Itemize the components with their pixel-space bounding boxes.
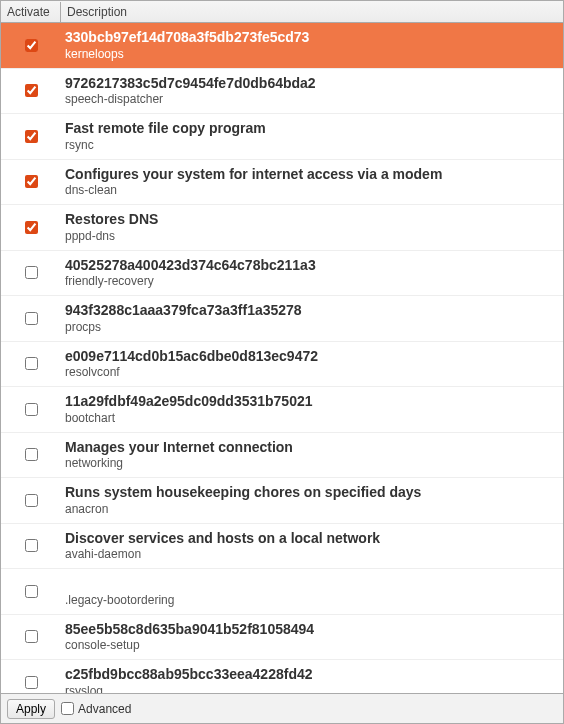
table-row[interactable]: 943f3288c1aaa379fca73a3ff1a35278procps xyxy=(1,296,563,342)
service-title: 40525278a400423d374c64c78bc211a3 xyxy=(65,257,557,275)
table-row[interactable]: e009e7114cd0b15ac6dbe0d813ec9472resolvco… xyxy=(1,342,563,388)
description-cell: e009e7114cd0b15ac6dbe0d813ec9472resolvco… xyxy=(61,346,563,383)
advanced-toggle[interactable]: Advanced xyxy=(61,702,131,716)
description-cell: Fast remote file copy programrsync xyxy=(61,118,563,155)
table-row[interactable]: Fast remote file copy programrsync xyxy=(1,114,563,160)
activate-checkbox[interactable] xyxy=(25,676,38,689)
apply-button[interactable]: Apply xyxy=(7,699,55,719)
description-cell: c25fbd9bcc88ab95bcc33eea4228fd42rsyslog xyxy=(61,664,563,693)
service-title: Configures your system for internet acce… xyxy=(65,166,557,184)
activate-cell xyxy=(1,539,61,552)
activate-checkbox[interactable] xyxy=(25,494,38,507)
service-name: pppd-dns xyxy=(65,229,557,244)
description-cell: 85ee5b58c8d635ba9041b52f81058494console-… xyxy=(61,619,563,656)
activate-cell xyxy=(1,494,61,507)
activate-checkbox[interactable] xyxy=(25,585,38,598)
service-title: 85ee5b58c8d635ba9041b52f81058494 xyxy=(65,621,557,639)
service-name: kerneloops xyxy=(65,47,557,62)
activate-checkbox[interactable] xyxy=(25,130,38,143)
description-cell: 9726217383c5d7c9454fe7d0db64bda2speech-d… xyxy=(61,73,563,110)
header-description[interactable]: Description xyxy=(61,2,563,22)
activate-checkbox[interactable] xyxy=(25,630,38,643)
service-title xyxy=(65,575,557,593)
service-title: 9726217383c5d7c9454fe7d0db64bda2 xyxy=(65,75,557,93)
table-row[interactable]: 9726217383c5d7c9454fe7d0db64bda2speech-d… xyxy=(1,69,563,115)
service-title: 11a29fdbf49a2e95dc09dd3531b75021 xyxy=(65,393,557,411)
header-activate[interactable]: Activate xyxy=(1,2,61,22)
service-name: rsyslog xyxy=(65,684,557,694)
activate-cell xyxy=(1,630,61,643)
description-cell: Restores DNSpppd-dns xyxy=(61,209,563,246)
description-cell: 330bcb97ef14d708a3f5db273fe5cd73kerneloo… xyxy=(61,27,563,64)
activate-checkbox[interactable] xyxy=(25,403,38,416)
service-title: Restores DNS xyxy=(65,211,557,229)
description-cell: Configures your system for internet acce… xyxy=(61,164,563,201)
description-cell: Discover services and hosts on a local n… xyxy=(61,528,563,565)
service-name: avahi-daemon xyxy=(65,547,557,562)
service-list[interactable]: 330bcb97ef14d708a3f5db273fe5cd73kerneloo… xyxy=(1,23,563,693)
service-title: Discover services and hosts on a local n… xyxy=(65,530,557,548)
table-row[interactable]: Manages your Internet connectionnetworki… xyxy=(1,433,563,479)
service-name: console-setup xyxy=(65,638,557,653)
footer-bar: Apply Advanced xyxy=(1,693,563,723)
service-name: rsync xyxy=(65,138,557,153)
activate-checkbox[interactable] xyxy=(25,221,38,234)
activate-cell xyxy=(1,357,61,370)
service-name: friendly-recovery xyxy=(65,274,557,289)
activate-checkbox[interactable] xyxy=(25,84,38,97)
table-row[interactable]: 330bcb97ef14d708a3f5db273fe5cd73kerneloo… xyxy=(1,23,563,69)
activate-cell xyxy=(1,448,61,461)
advanced-checkbox[interactable] xyxy=(61,702,74,715)
service-title: Fast remote file copy program xyxy=(65,120,557,138)
activate-cell xyxy=(1,403,61,416)
activate-cell xyxy=(1,175,61,188)
activate-checkbox[interactable] xyxy=(25,266,38,279)
advanced-label: Advanced xyxy=(78,702,131,716)
service-title: Manages your Internet connection xyxy=(65,439,557,457)
activate-checkbox[interactable] xyxy=(25,357,38,370)
activate-cell xyxy=(1,312,61,325)
activate-cell xyxy=(1,39,61,52)
activate-cell xyxy=(1,266,61,279)
activate-cell xyxy=(1,130,61,143)
service-name: speech-dispatcher xyxy=(65,92,557,107)
service-title: c25fbd9bcc88ab95bcc33eea4228fd42 xyxy=(65,666,557,684)
activate-cell xyxy=(1,84,61,97)
service-name: dns-clean xyxy=(65,183,557,198)
service-name: bootchart xyxy=(65,411,557,426)
description-cell: Manages your Internet connectionnetworki… xyxy=(61,437,563,474)
table-row[interactable]: .legacy-bootordering xyxy=(1,569,563,615)
table-row[interactable]: c25fbd9bcc88ab95bcc33eea4228fd42rsyslog xyxy=(1,660,563,693)
service-name: resolvconf xyxy=(65,365,557,380)
service-title: Runs system housekeeping chores on speci… xyxy=(65,484,557,502)
activate-checkbox[interactable] xyxy=(25,448,38,461)
activate-checkbox[interactable] xyxy=(25,39,38,52)
activate-cell xyxy=(1,221,61,234)
table-row[interactable]: 40525278a400423d374c64c78bc211a3friendly… xyxy=(1,251,563,297)
activate-cell xyxy=(1,676,61,689)
activate-cell xyxy=(1,585,61,598)
description-cell: 40525278a400423d374c64c78bc211a3friendly… xyxy=(61,255,563,292)
table-row[interactable]: 85ee5b58c8d635ba9041b52f81058494console-… xyxy=(1,615,563,661)
service-title: e009e7114cd0b15ac6dbe0d813ec9472 xyxy=(65,348,557,366)
activate-checkbox[interactable] xyxy=(25,539,38,552)
activate-checkbox[interactable] xyxy=(25,312,38,325)
service-title: 943f3288c1aaa379fca73a3ff1a35278 xyxy=(65,302,557,320)
description-cell: .legacy-bootordering xyxy=(61,573,563,610)
description-cell: Runs system housekeeping chores on speci… xyxy=(61,482,563,519)
table-row[interactable]: Discover services and hosts on a local n… xyxy=(1,524,563,570)
service-name: networking xyxy=(65,456,557,471)
description-cell: 943f3288c1aaa379fca73a3ff1a35278procps xyxy=(61,300,563,337)
service-title: 330bcb97ef14d708a3f5db273fe5cd73 xyxy=(65,29,557,47)
service-name: .legacy-bootordering xyxy=(65,593,557,608)
service-name: anacron xyxy=(65,502,557,517)
table-row[interactable]: 11a29fdbf49a2e95dc09dd3531b75021bootchar… xyxy=(1,387,563,433)
activate-checkbox[interactable] xyxy=(25,175,38,188)
table-header: Activate Description xyxy=(1,1,563,23)
table-row[interactable]: Restores DNSpppd-dns xyxy=(1,205,563,251)
description-cell: 11a29fdbf49a2e95dc09dd3531b75021bootchar… xyxy=(61,391,563,428)
table-row[interactable]: Runs system housekeeping chores on speci… xyxy=(1,478,563,524)
table-row[interactable]: Configures your system for internet acce… xyxy=(1,160,563,206)
service-name: procps xyxy=(65,320,557,335)
